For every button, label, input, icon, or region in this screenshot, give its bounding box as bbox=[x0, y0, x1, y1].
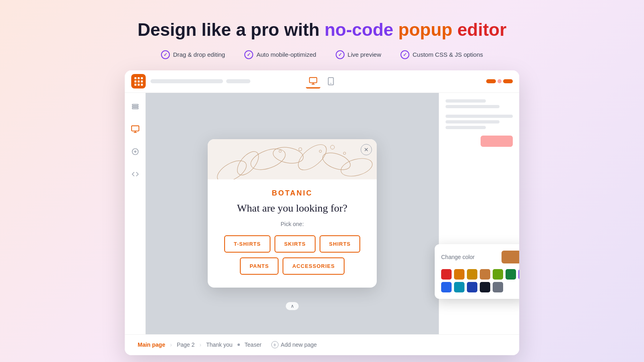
hero-title: Design like a pro with no-code popup edi… bbox=[138, 19, 507, 41]
tab-main-page[interactable]: Main page bbox=[133, 338, 170, 351]
tab-teaser[interactable]: Teaser bbox=[240, 338, 266, 351]
panel-block-1 bbox=[446, 99, 513, 108]
color-swatch-gray[interactable] bbox=[493, 282, 503, 292]
canvas-area: ✕ BOTANIC What are you looking for? Pick… bbox=[146, 93, 439, 334]
color-swatch-red[interactable] bbox=[441, 269, 452, 280]
feature-preview: Live preview bbox=[336, 50, 381, 59]
check-icon-drag bbox=[161, 50, 170, 59]
svg-rect-8 bbox=[131, 126, 138, 131]
sidebar-add-icon[interactable] bbox=[128, 144, 142, 159]
topbar-bar-short bbox=[226, 79, 250, 83]
topbar-dot2 bbox=[497, 79, 502, 83]
svg-point-17 bbox=[272, 145, 304, 166]
svg-rect-0 bbox=[310, 78, 317, 83]
monitor-icon bbox=[309, 76, 318, 85]
sidebar-code-icon[interactable] bbox=[128, 167, 142, 181]
color-swatch-brown[interactable] bbox=[480, 269, 490, 280]
feature-mobile-label: Auto mobile-optimized bbox=[256, 51, 316, 58]
logo-dot bbox=[141, 84, 143, 86]
svg-point-15 bbox=[233, 148, 263, 179]
option-accessories[interactable]: ACCESSORIES bbox=[283, 257, 345, 275]
logo-dot bbox=[134, 77, 136, 79]
features-row: Drag & drop editing Auto mobile-optimize… bbox=[138, 50, 507, 59]
sidebar-layers-icon[interactable] bbox=[128, 99, 142, 114]
svg-point-14 bbox=[214, 156, 250, 179]
svg-point-23 bbox=[319, 150, 322, 152]
logo-dot bbox=[141, 80, 143, 82]
color-swatch-darkblue[interactable] bbox=[467, 282, 477, 292]
scroll-handle[interactable] bbox=[286, 302, 299, 310]
color-swatch-yellow[interactable] bbox=[467, 269, 477, 280]
option-tshirts[interactable]: T-SHIRTS bbox=[224, 235, 270, 253]
mobile-view-button[interactable] bbox=[324, 74, 338, 88]
tab-thankyou[interactable]: Thank you bbox=[201, 338, 237, 351]
color-swatch-green[interactable] bbox=[506, 269, 516, 280]
options-row2: PANTS ACCESSORIES bbox=[221, 257, 364, 275]
color-picker-popup: Change color bbox=[435, 244, 519, 299]
svg-point-25 bbox=[343, 152, 346, 154]
change-color-label: Change color bbox=[441, 254, 475, 260]
mobile-icon bbox=[326, 77, 335, 86]
logo-dot bbox=[138, 80, 140, 82]
svg-rect-7 bbox=[132, 108, 138, 109]
logo-dot bbox=[138, 77, 140, 79]
panel-line bbox=[446, 105, 500, 108]
feature-drag-drop: Drag & drop editing bbox=[161, 50, 225, 59]
panel-line bbox=[446, 126, 486, 129]
hero-title-start: Design like a pro with bbox=[138, 20, 325, 39]
logo-dot bbox=[141, 77, 143, 79]
logo-dot bbox=[134, 84, 136, 86]
feature-mobile: Auto mobile-optimized bbox=[244, 50, 316, 59]
panel-action-placeholder bbox=[481, 136, 513, 147]
color-swatch-black[interactable] bbox=[480, 282, 490, 292]
topbar-bar-long bbox=[151, 79, 223, 83]
desktop-view-button[interactable] bbox=[306, 74, 320, 88]
options-row1: T-SHIRTS SKIRTS SHIRTS bbox=[221, 235, 364, 253]
feature-drag-drop-label: Drag & drop editing bbox=[173, 51, 225, 58]
right-panel: Change color bbox=[439, 93, 519, 334]
popup-header-art bbox=[208, 139, 377, 179]
app-bottom: Main page › Page 2 › Thank you Teaser + … bbox=[125, 334, 519, 355]
svg-point-21 bbox=[279, 150, 281, 152]
sidebar-desktop-icon[interactable] bbox=[128, 122, 142, 136]
color-swatch-amber[interactable] bbox=[454, 269, 464, 280]
topbar-dot3 bbox=[503, 79, 513, 83]
topbar-dot1 bbox=[486, 79, 496, 83]
panel-line bbox=[446, 115, 513, 118]
svg-point-22 bbox=[299, 148, 302, 151]
option-pants[interactable]: PANTS bbox=[240, 257, 279, 275]
popup-body: BOTANIC What are you looking for? Pick o… bbox=[208, 179, 377, 275]
popup-subtitle: Pick one: bbox=[221, 221, 364, 227]
topbar-right bbox=[486, 79, 513, 83]
add-page-button[interactable]: + Add new page bbox=[266, 338, 322, 352]
app-window: ✕ BOTANIC What are you looking for? Pick… bbox=[125, 70, 519, 355]
topbar-dots-row bbox=[486, 79, 513, 83]
popup-brand: BOTANIC bbox=[221, 189, 364, 197]
check-icon-cssjs bbox=[400, 50, 409, 59]
color-picker-header: Change color bbox=[441, 251, 519, 263]
color-grid bbox=[441, 269, 519, 292]
check-icon-mobile bbox=[244, 50, 253, 59]
color-swatch-cyan[interactable] bbox=[454, 282, 464, 292]
feature-preview-label: Live preview bbox=[348, 51, 381, 58]
svg-point-18 bbox=[294, 140, 330, 175]
hero-title-nocode: no-code bbox=[324, 20, 393, 39]
current-color-swatch[interactable] bbox=[502, 251, 519, 263]
option-skirts[interactable]: SKIRTS bbox=[275, 235, 316, 253]
topbar-center bbox=[306, 74, 338, 88]
tab-main-page-label: Main page bbox=[138, 341, 165, 348]
color-swatch-purple[interactable] bbox=[518, 269, 519, 280]
app-logo bbox=[131, 74, 146, 88]
option-shirts[interactable]: SHIRTS bbox=[320, 235, 361, 253]
popup-modal: ✕ BOTANIC What are you looking for? Pick… bbox=[208, 139, 377, 288]
color-swatch-blue[interactable] bbox=[441, 282, 452, 292]
color-swatch-lime[interactable] bbox=[493, 269, 503, 280]
panel-block-2 bbox=[446, 115, 513, 129]
tab-page2-label: Page 2 bbox=[177, 341, 194, 348]
feature-cssjs: Custom CSS & JS options bbox=[400, 50, 483, 59]
svg-point-16 bbox=[248, 145, 288, 174]
panel-line bbox=[446, 120, 500, 123]
tab-page2[interactable]: Page 2 bbox=[172, 338, 199, 351]
app-content: ✕ BOTANIC What are you looking for? Pick… bbox=[125, 93, 519, 334]
panel-line bbox=[446, 99, 486, 103]
